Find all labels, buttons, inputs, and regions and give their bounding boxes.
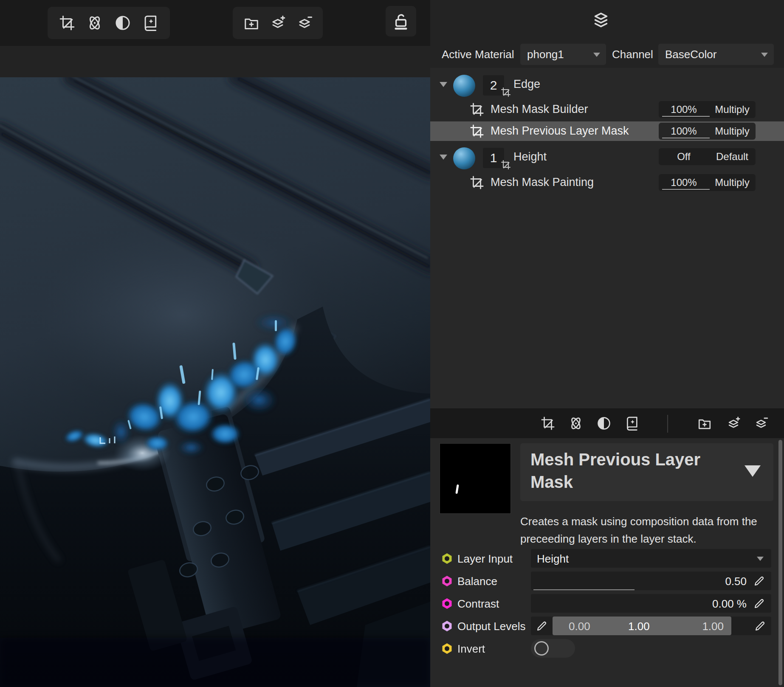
prop-row-layer-input: Layer Input Height xyxy=(430,549,784,568)
chevron-down-icon xyxy=(593,53,600,57)
remove-layer-icon[interactable] xyxy=(754,416,768,431)
balance-slider[interactable]: 0.50 xyxy=(531,572,771,590)
output-levels-control[interactable]: 0.00 1.00 1.00 xyxy=(531,617,771,635)
contrast-value: 0.00 % xyxy=(712,597,747,611)
channel-dropdown[interactable]: BaseColor xyxy=(658,44,774,65)
output-levels-label: Output Levels xyxy=(457,620,525,633)
texturing-app: Active Material phong1 Channel BaseColor… xyxy=(0,0,784,687)
chevron-down-icon xyxy=(761,53,768,57)
channel-label: Channel xyxy=(612,48,653,61)
opacity-field[interactable]: 100% xyxy=(659,123,709,140)
layer-row-mesh-mask-painting[interactable]: Mesh Mask Painting 100% Multiply xyxy=(430,172,784,193)
layer-number: 2 xyxy=(490,78,497,93)
toolbar-divider xyxy=(667,415,668,433)
mask-stack-icon[interactable] xyxy=(541,416,555,431)
opacity-field[interactable]: Off xyxy=(659,148,709,165)
layer-row-mesh-previous-layer-mask-selected[interactable]: Mesh Previous Layer Mask 100% Multiply xyxy=(430,121,784,141)
blend-mode-dropdown[interactable]: Multiply xyxy=(709,123,756,140)
invert-toggle[interactable] xyxy=(531,639,575,658)
add-folder-icon[interactable] xyxy=(243,15,259,31)
panel-tabbar xyxy=(430,0,784,40)
mask-stack-icon xyxy=(501,87,511,97)
material-row: Active Material phong1 Channel BaseColor xyxy=(430,40,784,68)
prop-row-balance: Balance 0.50 xyxy=(430,572,784,590)
toggle-knob xyxy=(534,641,549,656)
prop-row-output-levels: Output Levels 0.00 1.00 1.00 xyxy=(430,617,784,635)
output-levels-high: 1.00 xyxy=(702,620,724,633)
properties-panel: Mesh Previous Layer Mask Creates a mask … xyxy=(430,438,784,687)
contrast-icon[interactable] xyxy=(597,416,611,431)
collapse-triangle-icon[interactable] xyxy=(440,82,447,87)
layer-input-dropdown[interactable]: Height xyxy=(531,549,771,568)
layer-name: Edge xyxy=(513,78,540,91)
layer-controls: 100% Multiply xyxy=(659,101,756,118)
balance-label: Balance xyxy=(457,575,497,588)
material-sphere-thumbnail[interactable] xyxy=(453,74,476,97)
layer-name: Mesh Previous Layer Mask xyxy=(491,124,629,138)
smart-material-icon[interactable] xyxy=(142,15,158,31)
layer-name: Mesh Mask Painting xyxy=(491,176,594,189)
output-levels-mid: 1.00 xyxy=(628,620,650,633)
modifier-title: Mesh Previous Layer Mask xyxy=(530,448,717,493)
layer-row-height[interactable]: 1 Height Off Default xyxy=(430,143,784,171)
pencil-icon[interactable] xyxy=(753,575,765,587)
procedural-icon[interactable] xyxy=(87,15,103,31)
mask-preview-thumbnail xyxy=(440,443,511,514)
lock-button[interactable] xyxy=(386,6,416,37)
opacity-slider-track[interactable] xyxy=(662,138,710,138)
opacity-field[interactable]: 100% xyxy=(659,101,709,118)
pencil-icon[interactable] xyxy=(753,597,765,609)
procedural-icon[interactable] xyxy=(569,416,583,431)
mask-stack-icon xyxy=(470,102,484,117)
contrast-icon[interactable] xyxy=(115,15,131,31)
active-material-value: phong1 xyxy=(520,48,564,61)
layer-input-hex-icon xyxy=(441,553,453,564)
mask-stack-icon[interactable] xyxy=(59,15,75,31)
mask-stack-icon xyxy=(470,124,484,138)
prop-row-invert: Invert xyxy=(430,639,784,658)
smart-material-icon[interactable] xyxy=(625,416,639,431)
layers-panel: Active Material phong1 Channel BaseColor… xyxy=(430,0,784,687)
layer-row-edge[interactable]: 2 Edge xyxy=(430,70,784,98)
opacity-field[interactable]: 100% xyxy=(659,174,709,191)
3d-viewport[interactable] xyxy=(0,77,430,687)
material-sphere-thumbnail[interactable] xyxy=(453,147,476,170)
contrast-slider[interactable]: 0.00 % xyxy=(531,594,771,613)
layers-icon[interactable] xyxy=(591,10,611,30)
output-levels-hex-icon xyxy=(441,620,453,632)
opacity-slider-track[interactable] xyxy=(662,189,710,190)
add-folder-icon[interactable] xyxy=(697,416,712,431)
active-material-dropdown[interactable]: phong1 xyxy=(520,44,606,65)
output-levels-range[interactable]: 0.00 1.00 1.00 xyxy=(553,617,731,635)
mask-tools-group xyxy=(48,7,170,39)
mask-stack-icon xyxy=(470,175,484,190)
layer-list: 2 Edge Mesh Mask Builder 100% Multiply xyxy=(430,68,784,408)
layer-name: Height xyxy=(513,150,547,163)
active-material-label: Active Material xyxy=(442,48,514,61)
blend-mode-dropdown[interactable]: Multiply xyxy=(709,101,756,118)
properties-scrollbar[interactable] xyxy=(778,440,782,685)
chevron-down-icon xyxy=(757,557,764,561)
opacity-slider-track[interactable] xyxy=(662,116,710,117)
blend-mode-dropdown[interactable]: Multiply xyxy=(709,174,756,191)
balance-progress xyxy=(533,589,635,590)
pencil-icon[interactable] xyxy=(536,620,548,632)
layer-controls: 100% Multiply xyxy=(659,174,756,191)
collapse-triangle-icon[interactable] xyxy=(440,155,447,160)
contrast-label: Contrast xyxy=(457,597,499,611)
balance-value: 0.50 xyxy=(725,575,747,588)
layer-name: Mesh Mask Builder xyxy=(491,103,588,116)
add-layer-icon[interactable] xyxy=(726,416,741,431)
modifier-title-dropdown[interactable]: Mesh Previous Layer Mask xyxy=(520,443,773,501)
add-layer-icon[interactable] xyxy=(270,15,286,31)
unlock-icon xyxy=(392,12,410,30)
blend-mode-dropdown[interactable]: Default xyxy=(709,148,756,165)
pencil-icon[interactable] xyxy=(754,620,766,632)
3d-scene xyxy=(0,77,430,687)
mask-preview-mark xyxy=(455,484,459,494)
remove-layer-icon[interactable] xyxy=(296,15,313,31)
viewport-toolbar xyxy=(0,0,430,46)
mask-stack-icon xyxy=(501,160,511,170)
channel-value: BaseColor xyxy=(658,48,716,61)
layer-row-mesh-mask-builder[interactable]: Mesh Mask Builder 100% Multiply xyxy=(430,99,784,120)
